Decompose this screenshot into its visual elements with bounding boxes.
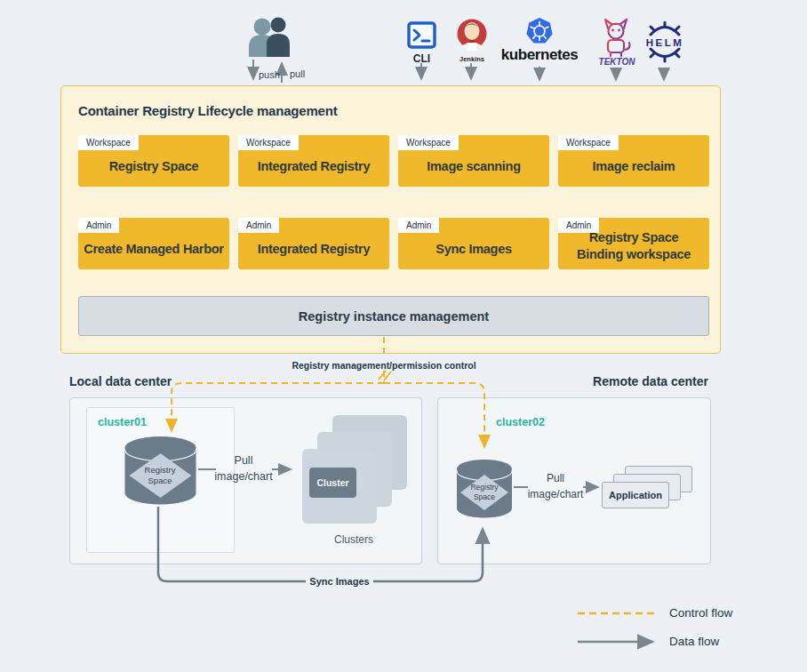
pull-label: pull bbox=[290, 68, 305, 79]
card-registry-space-binding: Admin Registry Space Binding workspace bbox=[558, 218, 709, 269]
cli-icon bbox=[407, 21, 436, 49]
pull-image-chart-label-remote: Pull image/chart bbox=[526, 470, 585, 502]
admin-tag: Admin bbox=[78, 218, 119, 233]
remote-dc-heading: Remote data center bbox=[524, 374, 708, 388]
card-label-line2: Binding workspace bbox=[577, 247, 691, 261]
panel-title: Container Registry Lifecycle management bbox=[78, 103, 337, 118]
registry-space-diamond-remote: Registry Space bbox=[459, 483, 509, 502]
workspace-tag: Workspace bbox=[558, 135, 619, 150]
cluster01-label: cluster01 bbox=[98, 416, 147, 428]
sync-images-label: Sync Images bbox=[306, 576, 373, 587]
control-line-break-marks bbox=[379, 371, 391, 380]
cluster-chip: Cluster bbox=[309, 468, 356, 498]
workspace-tag: Workspace bbox=[238, 135, 299, 150]
card-label-line1: Registry Space bbox=[589, 230, 679, 244]
card-sync-images: Admin Sync Images bbox=[398, 218, 549, 269]
card-image-reclaim: Workspace Image reclaim bbox=[558, 135, 709, 187]
cli-label: CLI bbox=[407, 52, 436, 65]
card-integrated-registry-ws: Workspace Integrated Registry bbox=[238, 135, 389, 187]
workspace-tag: Workspace bbox=[398, 135, 459, 150]
admin-tag: Admin bbox=[398, 218, 439, 233]
registry-instance-bar: Registry instance management bbox=[78, 296, 709, 336]
helm-label: HELM bbox=[646, 37, 684, 48]
tekton-label: TEKTON bbox=[599, 57, 636, 67]
cluster02-label: cluster02 bbox=[496, 416, 545, 428]
card-integrated-registry-admin: Admin Integrated Registry bbox=[238, 218, 389, 269]
diagram-canvas: push pull CLI Jenkins bbox=[0, 0, 807, 672]
jenkins-icon: Jenkins bbox=[454, 18, 490, 60]
users-icon bbox=[245, 16, 293, 57]
legend-control-flow-label: Control flow bbox=[669, 606, 732, 620]
workspace-tag: Workspace bbox=[78, 135, 139, 150]
kubernetes-label: kubernetes bbox=[491, 46, 588, 64]
admin-tag: Admin bbox=[238, 218, 279, 233]
jenkins-label: Jenkins bbox=[454, 55, 490, 63]
registry-control-label: Registry management/permission control bbox=[277, 360, 491, 371]
push-label: push bbox=[259, 69, 280, 80]
application-card: Application bbox=[602, 482, 669, 508]
tekton-icon: TEKTON bbox=[596, 16, 637, 68]
admin-tag: Admin bbox=[558, 218, 599, 233]
local-dc-heading: Local data center bbox=[69, 374, 172, 388]
kubernetes-icon bbox=[526, 18, 553, 44]
registry-space-diamond-local: Registry Space bbox=[133, 465, 187, 486]
card-registry-space: Workspace Registry Space bbox=[78, 135, 229, 187]
card-create-managed-harbor: Admin Create Managed Harbor bbox=[78, 218, 229, 269]
clusters-caption: Clusters bbox=[322, 533, 386, 546]
card-image-scanning: Workspace Image scanning bbox=[398, 135, 549, 187]
legend-data-flow-label: Data flow bbox=[669, 635, 719, 648]
helm-icon: HELM bbox=[645, 21, 684, 66]
pull-image-chart-label-local: Pull image/chart bbox=[214, 452, 273, 484]
